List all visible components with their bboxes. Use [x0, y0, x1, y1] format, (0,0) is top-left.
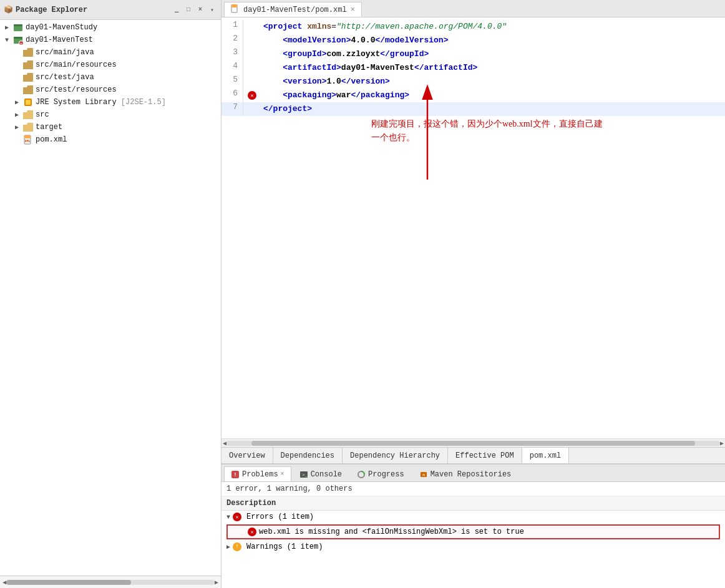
pom-tabs-bar: Overview Dependencies Dependency Hierarc… — [221, 447, 725, 463]
line-code-5: <version>1.0</version> — [258, 75, 390, 89]
errors-group: ▼ ✕ Errors (1 item) ✕ web.xml is missing… — [221, 511, 725, 539]
line-num-1: 1 — [221, 20, 243, 34]
source-folder-icon-src-main-resources — [22, 60, 34, 70]
error-item-1[interactable]: ✕ web.xml is missing and <failOnMissingW… — [226, 524, 720, 539]
svg-text:m: m — [20, 42, 22, 45]
bottom-tab-console[interactable]: >_ Console — [293, 466, 349, 481]
sidebar-close-icon[interactable]: × — [195, 5, 205, 15]
code-editor[interactable]: 1 <project xmlns="http://maven.apache.or… — [221, 17, 725, 438]
sidebar-maximize-icon[interactable]: □ — [183, 5, 193, 15]
tree-item-src[interactable]: ▶ src — [0, 108, 221, 121]
problems-tab-close[interactable]: × — [281, 471, 285, 478]
errors-group-header[interactable]: ▼ ✕ Errors (1 item) — [221, 511, 725, 523]
project-icon-mavenstudy — [12, 22, 24, 32]
code-line-1: 1 <project xmlns="http://maven.apache.or… — [221, 20, 725, 34]
console-icon: >_ — [299, 470, 308, 479]
line-gutter-4 — [246, 61, 258, 75]
tree-item-target[interactable]: ▶ target — [0, 121, 221, 133]
warnings-group-header[interactable]: ▶ ! Warnings (1 item) — [221, 541, 725, 553]
sidebar-scrollbar-thumb — [6, 580, 131, 585]
line-num-5: 5 — [221, 75, 243, 89]
svg-text:M: M — [422, 473, 425, 478]
tree-item-src-main-resources[interactable]: ▶ src/main/resources — [0, 59, 221, 71]
errors-group-label: Errors (1 item) — [246, 513, 314, 521]
editor-panel: day01-MavenTest/pom.xml × 1 <project xml… — [221, 0, 725, 463]
errors-expand-arrow: ▼ — [226, 514, 230, 521]
error-marker-line6 — [248, 91, 256, 100]
editor-tab-label: day01-MavenTest/pom.xml — [243, 6, 347, 14]
tree-item-src-test-resources[interactable]: ▶ src/test/resources — [0, 84, 221, 96]
editor-tab-close[interactable]: × — [351, 6, 355, 14]
tree-arrow-src-test-java: ▶ — [15, 74, 22, 81]
svg-marker-9 — [23, 73, 33, 82]
console-tab-label: Console — [311, 470, 342, 479]
sidebar-horizontal-scrollbar[interactable] — [6, 580, 215, 585]
sidebar-menu-icon[interactable]: ▾ — [207, 5, 217, 15]
tree-label-target: target — [36, 123, 62, 132]
pom-tab-overview[interactable]: Overview — [221, 448, 273, 464]
svg-rect-3 — [14, 37, 22, 39]
tree-item-day01-maventest[interactable]: ▼ m day01-MavenTest — [0, 34, 221, 46]
editor-tab-bar: day01-MavenTest/pom.xml × — [221, 0, 725, 17]
source-folder-icon-src-test-java — [22, 72, 34, 82]
pom-tab-dependencies[interactable]: Dependencies — [273, 448, 343, 464]
tree-arrow-target: ▶ — [15, 123, 22, 131]
line-gutter-1 — [246, 20, 258, 34]
line-code-2: <modelVersion>4.0.0</modelVersion> — [258, 34, 448, 47]
line-code-7: </project> — [258, 102, 312, 116]
tree-arrow-jre: ▶ — [15, 99, 22, 106]
pom-tab-dependencies-label: Dependencies — [281, 451, 334, 460]
maven-icon: M — [419, 470, 428, 479]
line-gutter-3 — [246, 47, 258, 61]
line-num-3: 3 — [221, 47, 243, 61]
line-code-6: <packaging>war</packaging> — [258, 89, 409, 102]
hscroll-bar[interactable] — [226, 441, 720, 446]
editor-tab-pom-xml[interactable]: day01-MavenTest/pom.xml × — [224, 2, 362, 17]
sidebar-title: Package Explorer — [16, 6, 169, 14]
hscroll-right-arrow[interactable]: ▶ — [720, 440, 724, 447]
sidebar-minimize-icon[interactable]: ⎯ — [172, 5, 182, 15]
tree-arrow-src-test-resources: ▶ — [15, 86, 22, 94]
svg-text:!: ! — [233, 472, 236, 478]
bottom-tab-progress[interactable]: Progress — [350, 466, 411, 481]
tree-item-pom-xml[interactable]: ▶ XML pom.xml — [0, 133, 221, 146]
error-item-icon: ✕ — [248, 528, 256, 536]
bottom-tab-bar: ! Problems × >_ Console — [221, 465, 725, 482]
line-code-3: <groupId>com.zzloyxt</groupId> — [258, 47, 429, 61]
bottom-tab-maven-repositories[interactable]: M Maven Repositories — [412, 466, 518, 481]
tree-item-src-main-java[interactable]: ▶ src/main/java — [0, 46, 221, 59]
sidebar-package-icon: 📦 — [4, 5, 13, 14]
pom-tab-pom-xml-label: pom.xml — [530, 451, 561, 460]
tree-label-jre-suffix: [J2SE-1.5] — [121, 98, 166, 107]
sidebar-scroll-right[interactable]: ▶ — [215, 579, 218, 586]
svg-marker-8 — [23, 60, 33, 69]
svg-marker-7 — [23, 48, 33, 57]
folder-icon-src — [22, 110, 34, 120]
pom-tab-effective-pom[interactable]: Effective POM — [448, 448, 522, 464]
tree-label-src-main-java: src/main/java — [36, 48, 94, 57]
progress-tab-label: Progress — [368, 470, 404, 479]
problems-content: 1 error, 1 warning, 0 others Description… — [221, 482, 725, 588]
tree-arrow-src-main-resources: ▶ — [15, 61, 22, 69]
warnings-group-label: Warnings (1 item) — [246, 542, 323, 551]
pom-tab-pom-xml[interactable]: pom.xml — [522, 448, 569, 464]
folder-icon-target — [22, 122, 34, 132]
tree-arrow-pom: ▶ — [15, 136, 22, 143]
svg-text:>_: >_ — [302, 472, 308, 478]
tree-item-day01-mavenstudy[interactable]: ▶ day01-MavenStudy — [0, 21, 221, 34]
tree-item-jre-system-library[interactable]: ▶ JRE System Library [J2SE-1.5] — [0, 96, 221, 108]
tree-arrow-src-main-java: ▶ — [15, 49, 22, 56]
tree-item-src-test-java[interactable]: ▶ src/test/java — [0, 71, 221, 84]
error-item-text: web.xml is missing and <failOnMissingWeb… — [259, 528, 524, 536]
tree-arrow-src: ▶ — [15, 111, 22, 118]
tree-arrow-maventest: ▼ — [5, 37, 12, 44]
sidebar-header: 📦 Package Explorer ⎯ □ × ▾ — [0, 0, 221, 20]
pom-tab-dependency-hierarchy[interactable]: Dependency Hierarchy — [343, 448, 448, 464]
bottom-tab-problems[interactable]: ! Problems × — [224, 466, 291, 481]
progress-icon — [357, 470, 366, 479]
bottom-panel: ! Problems × >_ Console — [221, 463, 725, 588]
editor-horizontal-scrollbar[interactable]: ◀ ▶ — [221, 438, 725, 447]
line-num-6: 6 — [221, 89, 243, 102]
line-gutter-6 — [246, 89, 258, 102]
line-gutter-7 — [246, 102, 258, 116]
